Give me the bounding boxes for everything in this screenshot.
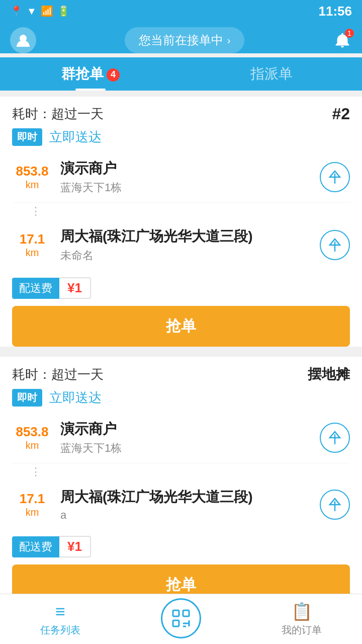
card-1-header: 耗时：超过一天 #2 — [0, 97, 362, 128]
tab-group-grab[interactable]: 群抢单4 — [0, 64, 181, 91]
tabs-container: 群抢单4 指派单 — [0, 57, 362, 91]
top-header: 您当前在接单中 › 1 — [0, 22, 362, 53]
status-icons: 📍 ▼ 📶 🔋 — [10, 5, 70, 17]
accepting-status-button[interactable]: 您当前在接单中 › — [125, 27, 245, 53]
order-card-1: 耗时：超过一天 #2 即时 立即送达 853.8 km 演示商户 蓝海天下1栋 — [0, 97, 362, 347]
card-1-id: #2 — [332, 105, 350, 123]
task-list-icon: ≡ — [55, 602, 65, 621]
card-2-to-info: 周大福(珠江广场光华大道三段) a — [60, 488, 312, 522]
card-2-dots: ⋮ — [12, 463, 350, 480]
card-1-from-dist-unit: km — [12, 179, 52, 191]
card-2-from-info: 演示商户 蓝海天下1栋 — [60, 420, 312, 456]
card-2-fee-row: 配送费 ¥1 — [0, 529, 362, 565]
card-2-type: 摆地摊 — [308, 365, 350, 384]
card-2-instant-badge: 即时 — [12, 389, 42, 407]
svg-rect-3 — [173, 620, 179, 626]
bottom-nav-task-list[interactable]: ≡ 任务列表 — [0, 598, 121, 641]
scan-circle-icon — [161, 598, 201, 638]
card-1-header-left: 耗时：超过一天 — [12, 105, 104, 123]
svg-rect-2 — [183, 610, 189, 616]
card-1-from-dist-val: 853.8 — [12, 164, 52, 179]
card-2-time-label: 耗时：超过一天 — [12, 366, 104, 383]
signal-status-icon: 📶 — [41, 5, 53, 17]
card-2-to-row: 17.1 km 周大福(珠江广场光华大道三段) a — [12, 480, 350, 529]
card-1-from-nav-button[interactable] — [320, 162, 350, 192]
card-2-header: 耗时：超过一天 摆地摊 — [0, 357, 362, 389]
tab-group-label: 群抢单 — [61, 66, 104, 82]
card-2-to-dist-unit: km — [12, 507, 52, 518]
card-2-from-dist-unit: km — [12, 440, 52, 451]
bottom-nav-my-orders[interactable]: 📋 我的订单 — [241, 597, 362, 641]
card-2-to-nav-button[interactable] — [320, 490, 350, 520]
card-2-from-nav-button[interactable] — [320, 423, 350, 453]
card-2-fee-label: 配送费 — [12, 536, 59, 557]
card-2-from-dist-val: 853.8 — [12, 424, 52, 440]
card-2-fee-amount: ¥1 — [59, 536, 91, 557]
card-1-body: 853.8 km 演示商户 蓝海天下1栋 ⋮ 17.1 km — [0, 152, 362, 270]
card-1-from-address: 蓝海天下1栋 — [60, 180, 312, 195]
card-1-to-nav-button[interactable] — [320, 230, 350, 260]
accepting-arrow-icon: › — [227, 35, 231, 46]
card-1-instant-badge: 即时 — [12, 128, 42, 146]
card-1-fee-label: 配送费 — [12, 278, 59, 299]
card-1-from-row: 853.8 km 演示商户 蓝海天下1栋 — [12, 152, 350, 203]
card-2-from-dist: 853.8 km — [12, 424, 52, 451]
card-2-header-left: 耗时：超过一天 — [12, 366, 104, 383]
tab-group-badge: 4 — [107, 68, 120, 82]
my-orders-label: 我的订单 — [282, 623, 322, 637]
card-1-fee-amount: ¥1 — [59, 277, 91, 299]
status-bar: 📍 ▼ 📶 🔋 11:56 — [0, 0, 362, 22]
card-2-to-dist: 17.1 km — [12, 491, 52, 518]
card-1-to-dist-val: 17.1 — [12, 231, 52, 247]
card-1-time-label: 耗时：超过一天 — [12, 105, 104, 123]
accepting-label: 您当前在接单中 — [139, 32, 223, 48]
tab-assigned[interactable]: 指派单 — [181, 64, 362, 91]
status-time: 11:56 — [319, 4, 352, 19]
card-2-from-name: 演示商户 — [60, 420, 312, 439]
card-2-delivery-type: 立即送达 — [49, 389, 102, 407]
card-2-from-address: 蓝海天下1栋 — [60, 441, 312, 456]
bottom-nav-scan[interactable] — [121, 598, 241, 640]
bell-badge: 1 — [345, 29, 354, 38]
card-2-to-address: a — [60, 509, 312, 522]
card-1-to-dist-unit: km — [12, 247, 52, 259]
main-content: 耗时：超过一天 #2 即时 立即送达 853.8 km 演示商户 蓝海天下1栋 — [0, 91, 362, 644]
card-1-to-name: 周大福(珠江广场光华大道三段) — [60, 227, 312, 246]
card-1-dots: ⋮ — [12, 203, 350, 220]
battery-status-icon: 🔋 — [57, 5, 70, 17]
wifi-status-icon: ▼ — [27, 6, 37, 17]
card-1-from-info: 演示商户 蓝海天下1栋 — [60, 159, 312, 195]
card-1-to-dist: 17.1 km — [12, 231, 52, 259]
svg-rect-1 — [173, 610, 179, 616]
card-1-to-address: 未命名 — [60, 248, 312, 263]
location-status-icon: 📍 — [10, 5, 23, 17]
card-2-from-row: 853.8 km 演示商户 蓝海天下1栋 — [12, 413, 350, 463]
card-1-from-name: 演示商户 — [60, 159, 312, 178]
avatar-button[interactable] — [10, 27, 36, 53]
bottom-nav: ≡ 任务列表 📋 我的订单 — [0, 594, 362, 644]
card-1-to-info: 周大福(珠江广场光华大道三段) 未命名 — [60, 227, 312, 263]
card-1-fee-row: 配送费 ¥1 — [0, 270, 362, 306]
order-card-2: 耗时：超过一天 摆地摊 即时 立即送达 853.8 km 演示商户 蓝海天下1栋 — [0, 357, 362, 605]
task-list-label: 任务列表 — [40, 623, 80, 637]
card-2-to-name: 周大福(珠江广场光华大道三段) — [60, 488, 312, 507]
tab-assigned-label: 指派单 — [250, 66, 293, 82]
card-1-grab-button[interactable]: 抢单 — [12, 306, 350, 347]
card-1-from-dist: 853.8 km — [12, 164, 52, 191]
my-orders-icon: 📋 — [291, 601, 312, 621]
bell-button[interactable]: 1 — [333, 31, 352, 50]
card-2-body: 853.8 km 演示商户 蓝海天下1栋 ⋮ 17.1 km — [0, 413, 362, 529]
card-1-to-row: 17.1 km 周大福(珠江广场光华大道三段) 未命名 — [12, 220, 350, 270]
card-1-delivery-type: 立即送达 — [49, 128, 102, 146]
card-2-to-dist-val: 17.1 — [12, 491, 52, 507]
